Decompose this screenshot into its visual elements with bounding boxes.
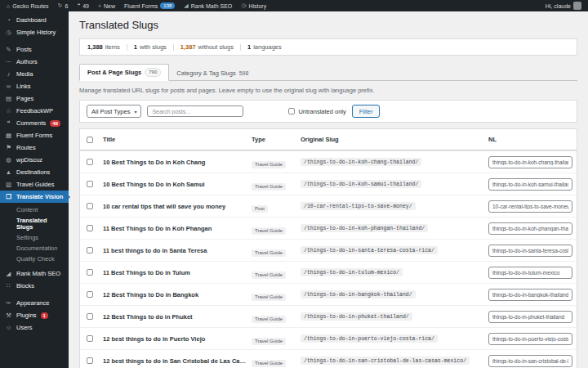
stat-without-label: without slugs (198, 43, 234, 51)
sidebar-item-label: Fluent Forms (16, 132, 52, 139)
row-title-link[interactable]: 11 Best Things to Do in Koh Phangan (103, 225, 252, 232)
nl-slug-input[interactable] (488, 178, 572, 191)
nl-slug-input[interactable] (488, 355, 572, 367)
row-title-link[interactable]: 12 best things to do in San Cristobal de… (103, 357, 252, 365)
sidebar-item-pages[interactable]: ▤ Pages (0, 92, 69, 105)
account-menu[interactable]: Hi, claude (546, 2, 581, 10)
nl-slug-input[interactable] (488, 289, 572, 301)
row-title-link[interactable]: 12 Best Things to Do in Bangkok (103, 291, 252, 298)
row-checkbox[interactable] (87, 357, 93, 364)
sidebar-item-routes[interactable]: ⚑ Routes (0, 141, 69, 154)
history-link[interactable]: ◷ History (241, 2, 266, 9)
stat-with-label: with slugs (140, 43, 167, 51)
nl-slug-input[interactable] (488, 311, 572, 323)
sidebar-item-simple-history[interactable]: ◷ Simple History (0, 26, 69, 38)
nl-slug-input[interactable] (488, 245, 572, 257)
nl-slug-input[interactable] (488, 222, 572, 235)
row-checkbox[interactable] (87, 247, 93, 254)
tab-category-tag-slugs[interactable]: Category & Tag Slugs 598 (169, 66, 256, 80)
original-slug: /10-car-rental-tips-to-save-money/ (301, 202, 416, 210)
stat-without-count: 1,387 (180, 43, 196, 51)
sidebar-item-plugins[interactable]: ⚒ Plugins 1 (0, 309, 69, 321)
site-name-link[interactable]: ⌂ Gecko Routes (7, 3, 49, 9)
row-checkbox[interactable] (87, 225, 93, 231)
untranslated-only-toggle[interactable]: Untranslated only (288, 108, 345, 115)
admin-bar: ⌂ Gecko Routes ↻ 6 ❝ 49 + New Fluent For… (0, 0, 588, 11)
type-badge: Post (252, 205, 268, 213)
sidebar-item-comments[interactable]: ❝ Comments 49 (0, 117, 69, 129)
search-input[interactable] (147, 105, 243, 117)
row-title-link[interactable]: 12 best things to do in Puerto Viejo (103, 335, 252, 343)
sidebar-item-users[interactable]: ☺ Users (0, 321, 69, 334)
sidebar-item-destinations[interactable]: ▲ Destinations (0, 166, 69, 178)
stat-with-slugs: 1 with slugs (134, 43, 167, 51)
row-title-link[interactable]: 12 Best Things to do in Phuket (103, 313, 252, 321)
new-content-link[interactable]: + New (98, 3, 115, 9)
tab-post-page-slugs[interactable]: Post & Page Slugs 790 (79, 64, 169, 81)
rank-math-link[interactable]: ◢ Rank Math SEO (184, 2, 232, 9)
filter-button[interactable]: Filter (352, 105, 381, 118)
submenu-item-quality-check[interactable]: Quality Check (0, 254, 69, 264)
row-checkbox[interactable] (87, 291, 93, 298)
home-icon: ⌂ (7, 3, 10, 9)
row-checkbox[interactable] (87, 159, 93, 165)
comment-bubble-icon: ❝ (77, 2, 80, 9)
plugins-icon: ⚒ (5, 312, 12, 319)
row-checkbox[interactable] (87, 203, 93, 209)
select-all-checkbox[interactable] (87, 137, 93, 143)
sidebar-item-authors[interactable]: ⋯ Authors (0, 56, 69, 68)
row-checkbox[interactable] (87, 313, 93, 320)
row-title-link[interactable]: 11 Best Things to Do in Tulum (103, 269, 252, 276)
nl-slug-input[interactable] (488, 200, 572, 213)
post-type-select[interactable]: All Post Types ▾ (87, 105, 141, 118)
table-row: 12 Best Things to Do in Bangkok Travel G… (80, 283, 577, 305)
nl-slug-input[interactable] (488, 333, 572, 345)
sidebar-item-media[interactable]: ♪ Media (0, 68, 69, 80)
tab-description: Manage translated URL slugs for posts an… (79, 87, 577, 94)
filter-bar: All Post Types ▾ Untranslated only Filte… (79, 100, 577, 123)
submenu-item-translated-slugs[interactable]: Translated Slugs (0, 215, 69, 232)
sidebar-item-travel-guides[interactable]: ▥ Travel Guides (0, 178, 69, 191)
row-title-link[interactable]: 11 best things to do in Santa Teresa (103, 247, 252, 254)
nl-slug-input[interactable] (488, 267, 572, 279)
untranslated-only-checkbox[interactable] (288, 108, 295, 114)
row-title-link[interactable]: 10 Best Things to Do in Koh Samui (103, 181, 252, 188)
sidebar-item-rank-math-seo[interactable]: ◢ Rank Math SEO (0, 267, 69, 280)
sidebar-item-dashboard[interactable]: ◔ Dashboard (0, 14, 69, 26)
stats-bar: 1,388 items 1 with slugs 1,387 without s… (79, 38, 577, 56)
row-title-link[interactable]: 10 Best Things to Do in Koh Chang (103, 159, 252, 166)
history-icon: ◷ (5, 29, 12, 36)
original-slug: /things-to-do-in-koh-chang-thailand/ (301, 158, 421, 166)
routes-icon: ⚑ (5, 145, 12, 151)
submenu-item-content[interactable]: Content (0, 204, 69, 215)
sidebar-item-label: Rank Math SEO (16, 271, 60, 277)
sidebar-item-links[interactable]: ∞ Links (0, 80, 69, 92)
untranslated-only-label: Untranslated only (298, 108, 345, 115)
sidebar-item-fluent-forms[interactable]: ▦ Fluent Forms (0, 129, 69, 141)
nl-slug-input[interactable] (488, 156, 572, 168)
sidebar-item-label: Comments (16, 120, 46, 127)
submenu-item-settings[interactable]: Settings (0, 232, 69, 243)
sidebar-item-translate-vision[interactable]: ❐ Translate Vision (0, 191, 69, 203)
sidebar-item-blocks[interactable]: ∷ Blocks (0, 280, 69, 292)
sidebar-item-label: Routes (16, 145, 36, 151)
admin-bar-left: ⌂ Gecko Routes ↻ 6 ❝ 49 + New Fluent For… (7, 2, 266, 9)
row-checkbox[interactable] (87, 269, 93, 276)
fluent-forms-label: Fluent Forms (124, 3, 158, 9)
fluent-forms-link[interactable]: Fluent Forms 138 (124, 2, 175, 9)
links-icon: ∞ (5, 83, 12, 90)
sidebar-item-feedbackwp[interactable]: ☆ FeedbackWP (0, 105, 69, 117)
comments-link[interactable]: ❝ 49 (77, 2, 89, 9)
posts-icon: ✎ (5, 47, 12, 53)
submenu-item-documentation[interactable]: Documentation (0, 243, 69, 254)
type-badge: Travel Guide (252, 227, 286, 235)
row-title-link[interactable]: 10 car rental tips that will save you mo… (103, 203, 252, 210)
row-checkbox[interactable] (87, 181, 93, 187)
updates-count: 6 (65, 3, 68, 9)
sidebar-item-appearance[interactable]: ✑ Appearance (0, 297, 69, 309)
sidebar-item-posts[interactable]: ✎ Posts (0, 43, 69, 56)
row-checkbox[interactable] (87, 335, 93, 342)
updates-link[interactable]: ↻ 6 (58, 2, 69, 9)
sidebar-item-wpdiscuz[interactable]: ◍ wpDiscuz (0, 154, 69, 166)
table-row: 12 Best Things to do in Phuket Travel Gu… (80, 305, 577, 327)
